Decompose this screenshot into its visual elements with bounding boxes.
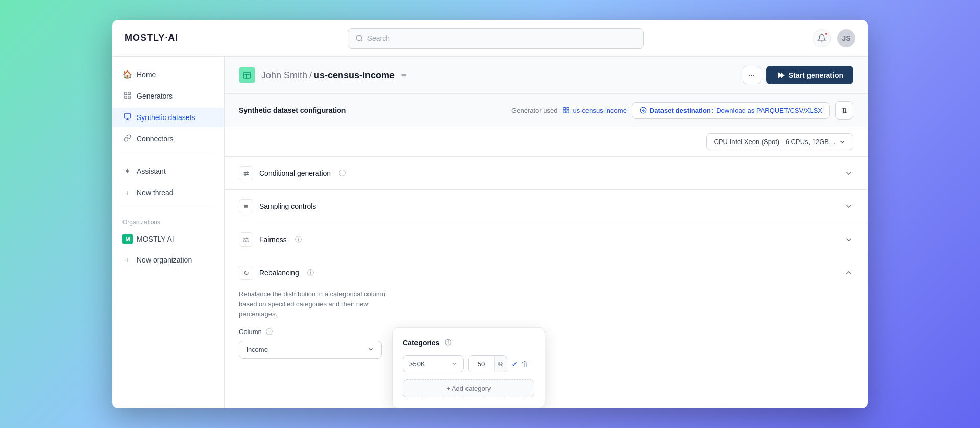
scroll-area[interactable]: CPU Intel Xeon (Spot) - 6 CPUs, 12GB… ⇄ … bbox=[225, 127, 868, 408]
generator-link[interactable]: us-census-income bbox=[562, 107, 627, 114]
compute-select[interactable]: CPU Intel Xeon (Spot) - 6 CPUs, 12GB… bbox=[706, 133, 853, 150]
notification-button[interactable] bbox=[813, 29, 831, 47]
categories-info-icon: ⓘ bbox=[445, 338, 451, 347]
sidebar-item-connectors[interactable]: Connectors bbox=[112, 129, 224, 149]
compute-row: CPU Intel Xeon (Spot) - 6 CPUs, 12GB… bbox=[225, 127, 868, 157]
compute-label: CPU Intel Xeon (Spot) - 6 CPUs, 12GB… bbox=[714, 138, 836, 146]
delete-icon[interactable]: 🗑 bbox=[521, 360, 529, 368]
conditional-generation-panel: ⇄ Conditional generation ⓘ bbox=[225, 157, 868, 190]
breadcrumb-owner: John Smith bbox=[261, 70, 307, 81]
avatar[interactable]: JS bbox=[837, 29, 855, 47]
start-generation-button[interactable]: Start generation bbox=[766, 66, 853, 84]
dataset-icon bbox=[239, 67, 255, 83]
dataset-destination-button[interactable]: Dataset destination: Download as PARQUET… bbox=[632, 102, 830, 119]
sidebar-item-label: Generators bbox=[137, 92, 173, 100]
search-bar[interactable]: Search bbox=[348, 28, 644, 49]
main-layout: 🏠 Home Generators Synthetic datasets C bbox=[112, 57, 868, 408]
connectors-icon bbox=[122, 134, 132, 144]
sidebar-item-new-thread[interactable]: + New thread bbox=[112, 183, 224, 202]
chevron-down-icon bbox=[451, 361, 457, 367]
svg-rect-15 bbox=[567, 108, 569, 110]
sampling-controls-panel: ≡ Sampling controls bbox=[225, 190, 868, 223]
org-item-mostly-ai[interactable]: M MOSTLY AI bbox=[112, 230, 224, 248]
chevron-down-icon bbox=[367, 346, 374, 353]
column-select[interactable]: income bbox=[239, 341, 382, 359]
info-icon: ⓘ bbox=[339, 169, 346, 178]
svg-point-0 bbox=[356, 35, 362, 41]
sidebar-item-assistant[interactable]: ✦ Assistant bbox=[112, 161, 224, 181]
svg-rect-5 bbox=[124, 96, 126, 98]
info-icon: ⓘ bbox=[295, 235, 302, 244]
sidebar-item-home[interactable]: 🏠 Home bbox=[112, 65, 224, 84]
search-icon bbox=[355, 34, 363, 42]
sidebar-divider bbox=[122, 155, 214, 155]
conditional-icon: ⇄ bbox=[239, 166, 253, 180]
svg-marker-13 bbox=[781, 72, 785, 78]
category-row: >50K % ✓ 🗑 bbox=[403, 355, 534, 372]
percentage-input[interactable] bbox=[469, 356, 494, 372]
conditional-generation-header[interactable]: ⇄ Conditional generation ⓘ bbox=[225, 157, 868, 189]
categories-title: Categories ⓘ bbox=[403, 338, 534, 347]
categories-popup: Categories ⓘ >50K bbox=[392, 327, 545, 408]
sidebar-item-synthetic-datasets[interactable]: Synthetic datasets bbox=[112, 108, 224, 127]
topbar-right: JS bbox=[813, 29, 855, 47]
sampling-controls-header[interactable]: ≡ Sampling controls bbox=[225, 190, 868, 223]
section-title: Sampling controls bbox=[259, 202, 316, 210]
chevron-up-icon bbox=[844, 268, 853, 277]
new-org-plus-icon: + bbox=[122, 255, 132, 264]
section-title: Rebalancing bbox=[259, 269, 299, 277]
sidebar-item-generators[interactable]: Generators bbox=[112, 86, 224, 106]
generators-icon bbox=[122, 91, 132, 101]
column-area: Column ⓘ income bbox=[239, 327, 853, 408]
dest-label: Dataset destination: bbox=[650, 107, 713, 114]
rebalancing-header[interactable]: ↻ Rebalancing ⓘ bbox=[225, 256, 868, 289]
config-bar: Synthetic dataset configuration Generato… bbox=[225, 94, 868, 127]
destination-icon bbox=[640, 107, 647, 114]
section-header-left: ⇄ Conditional generation ⓘ bbox=[239, 166, 346, 180]
breadcrumb-name: us-census-income bbox=[314, 70, 395, 81]
main-content: John Smith / us-census-income ✏ ··· Star… bbox=[225, 57, 868, 408]
section-header-left: ⚖ Fairness ⓘ bbox=[239, 232, 302, 247]
chevron-down-icon bbox=[839, 138, 846, 146]
edit-icon[interactable]: ✏ bbox=[401, 70, 407, 80]
grid-icon bbox=[562, 107, 570, 114]
notification-dot bbox=[824, 32, 828, 36]
org-name: MOSTLY AI bbox=[137, 235, 174, 243]
svg-rect-6 bbox=[124, 114, 131, 118]
header-actions: ··· Start generation bbox=[743, 66, 853, 84]
rebalancing-icon: ↻ bbox=[239, 266, 253, 280]
svg-rect-17 bbox=[564, 111, 566, 113]
rebalancing-body: Rebalance the distribution in a categori… bbox=[225, 289, 868, 408]
sidebar-item-label: New thread bbox=[137, 188, 174, 197]
category-select[interactable]: >50K bbox=[403, 355, 464, 372]
more-button[interactable]: ··· bbox=[743, 66, 761, 84]
generator-label: Generator used bbox=[511, 107, 557, 114]
start-gen-label: Start generation bbox=[789, 71, 843, 79]
percentage-symbol: % bbox=[494, 356, 507, 372]
config-more-button[interactable]: ⇅ bbox=[835, 101, 853, 120]
config-title: Synthetic dataset configuration bbox=[239, 106, 346, 114]
synthetic-datasets-icon bbox=[122, 113, 132, 122]
section-header-left: ↻ Rebalancing ⓘ bbox=[239, 266, 314, 280]
add-category-button[interactable]: + Add category bbox=[403, 379, 534, 397]
svg-line-1 bbox=[361, 40, 362, 41]
org-avatar: M bbox=[122, 234, 133, 244]
fairness-header[interactable]: ⚖ Fairness ⓘ bbox=[225, 223, 868, 256]
rebalancing-panel: ↻ Rebalancing ⓘ Rebalance the distributi… bbox=[225, 256, 868, 408]
sidebar-item-new-org[interactable]: + New organization bbox=[112, 250, 224, 269]
sidebar-divider-2 bbox=[122, 208, 214, 208]
column-info-icon: ⓘ bbox=[266, 327, 273, 337]
chevron-down-icon bbox=[844, 235, 853, 244]
confirm-icon[interactable]: ✓ bbox=[511, 359, 518, 369]
app-logo: MOSTLY·AI bbox=[125, 33, 178, 43]
breadcrumb-slash: / bbox=[309, 70, 312, 81]
sidebar-item-label: Home bbox=[137, 70, 156, 79]
sidebar-item-label: Connectors bbox=[137, 135, 174, 143]
chevron-down-icon bbox=[844, 169, 853, 178]
fairness-icon: ⚖ bbox=[239, 232, 253, 247]
assistant-icon: ✦ bbox=[122, 167, 132, 176]
percentage-input-wrap: % bbox=[468, 355, 507, 372]
section-header-left: ≡ Sampling controls bbox=[239, 199, 316, 213]
home-icon: 🏠 bbox=[122, 70, 132, 79]
section-title: Conditional generation bbox=[259, 169, 331, 177]
